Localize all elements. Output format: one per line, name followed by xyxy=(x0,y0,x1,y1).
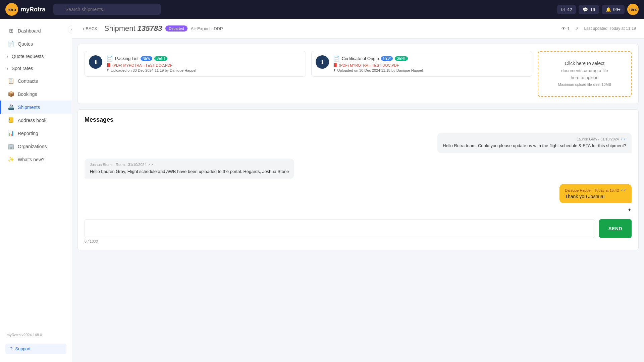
sidebar-item-whats-new[interactable]: ✨ What's new? xyxy=(0,153,72,166)
messages-count: 16 xyxy=(590,7,595,12)
sidebar-item-contracts[interactable]: 📋 Contracts xyxy=(0,74,72,87)
message-input[interactable] xyxy=(85,219,595,238)
version-label: myRotra v2024.148.0 xyxy=(0,329,72,341)
back-button[interactable]: ‹ BACK xyxy=(80,25,100,33)
sidebar-item-label: Contracts xyxy=(18,78,38,84)
search-input[interactable] xyxy=(53,4,161,15)
sidebar-item-dashboard[interactable]: ⊞ Dashboard xyxy=(0,24,72,37)
support-icon: ? xyxy=(10,346,12,351)
sidebar-item-address-book[interactable]: 📒 Address book xyxy=(0,114,72,127)
checkmark-1: ✓✓ xyxy=(620,137,626,141)
doc-sent-badge-2: SENT xyxy=(395,56,408,61)
sidebar-item-label: Dashboard xyxy=(18,28,41,34)
shipments-icon: 🚢 xyxy=(8,104,14,110)
search-wrapper: 🔍 xyxy=(53,4,161,15)
whats-new-icon: ✨ xyxy=(8,156,14,163)
doc-uploaded-1: ⬆ Uploaded on 30 Dec 2024 11:19 by Daniq… xyxy=(106,68,302,72)
contracts-icon: 📋 xyxy=(8,78,14,84)
header-right: 👁 1 ↗ Last updated: Today at 11:19 xyxy=(561,26,636,31)
doc-download-button-2[interactable]: ⬇ xyxy=(316,55,329,69)
msg-sender-2: Joshua Stone - Rotra - 31/10/2024 ✓✓ xyxy=(90,163,289,167)
view-count: 👁 1 xyxy=(561,26,570,31)
app-title: myRotra xyxy=(21,6,45,13)
sidebar-item-quotes[interactable]: 📄 Quotes xyxy=(0,37,72,50)
documents-section: ⬇ 📄 Packing List NEW SENT 📕 (PDF) MYROTR… xyxy=(77,44,639,104)
expand-icon: › xyxy=(7,66,8,71)
doc-name-2: Certificate of Origin xyxy=(342,56,379,61)
sidebar-item-quote-requests[interactable]: › Quote requests xyxy=(0,50,72,62)
pdf-icon-1: 📕 xyxy=(106,63,111,67)
reporting-icon: 📊 xyxy=(8,130,14,136)
doc-sent-badge-1: SENT xyxy=(154,56,167,61)
page-title: Shipment 135783 xyxy=(104,24,162,33)
sidebar-item-reporting[interactable]: 📊 Reporting xyxy=(0,127,72,140)
doc-title-row-1: 📄 Packing List NEW SENT xyxy=(106,55,302,62)
main-content: ‹ BACK Shipment 135783 Departed Air Expo… xyxy=(72,19,644,362)
message-bubble-2: Joshua Stone - Rotra - 31/10/2024 ✓✓ Hel… xyxy=(85,159,294,179)
quotes-icon: 📄 xyxy=(8,41,14,47)
msg-sender-1: Lauren Gray - 31/10/2024 ✓✓ xyxy=(443,137,626,141)
doc-new-badge-1: NEW xyxy=(141,56,152,61)
tasks-count: 42 xyxy=(567,7,572,12)
logo[interactable]: röra myRotra xyxy=(5,3,45,16)
doc-download-button-1[interactable]: ⬇ xyxy=(89,55,102,69)
message-3: Danique Happel - Today at 15:42 ✓✓ Thank… xyxy=(85,184,632,203)
main-layout: ‹ ⊞ Dashboard 📄 Quotes › Quote requests … xyxy=(0,19,644,362)
doc-uploaded-2: ⬆ Uploaded on 30 Dec 2024 11:18 by Daniq… xyxy=(333,68,528,72)
bell-icon: 🔔 xyxy=(606,7,611,12)
expand-icon: › xyxy=(7,54,8,59)
msg-text-3: Thank you Joshua! xyxy=(565,194,626,199)
sidebar-item-label: Reporting xyxy=(18,131,38,136)
checkmark-2: ✓✓ xyxy=(148,163,154,167)
upload-line3: here to upload xyxy=(571,75,598,80)
doc-type-icon: 📄 xyxy=(106,55,113,62)
sidebar: ‹ ⊞ Dashboard 📄 Quotes › Quote requests … xyxy=(0,19,72,362)
checkmark-3: ✓✓ xyxy=(620,188,626,192)
topnav-icons: ☑ 42 💬 16 🔔 99+ röra xyxy=(557,4,639,15)
doc-title-row-2: 📄 Certificate of Origin NEW SENT xyxy=(333,55,528,62)
msg-text-2: Hello Lauren Gray, Flight schedule and A… xyxy=(90,168,289,175)
send-button[interactable]: SEND xyxy=(599,219,632,238)
messages-section: Messages Lauren Gray - 31/10/2024 ✓✓ Hel… xyxy=(77,109,639,250)
tasks-button[interactable]: ☑ 42 xyxy=(557,5,576,14)
tasks-icon: ☑ xyxy=(561,7,565,12)
notifications-button[interactable]: 🔔 99+ xyxy=(602,5,625,14)
message-2: Joshua Stone - Rotra - 31/10/2024 ✓✓ Hel… xyxy=(85,159,632,179)
pdf-icon-2: 📕 xyxy=(333,63,338,67)
upload-max-size: Maximum upload file size: 10MB xyxy=(558,82,611,86)
support-button[interactable]: ? Support xyxy=(5,344,66,354)
sidebar-item-label: Address book xyxy=(18,118,47,123)
sidebar-item-bookings[interactable]: 📦 Bookings xyxy=(0,87,72,101)
bookings-icon: 📦 xyxy=(8,91,14,97)
sidebar-item-label: What's new? xyxy=(18,157,45,162)
sidebar-item-label: Quotes xyxy=(18,41,33,47)
view-count-value: 1 xyxy=(567,26,570,31)
status-badge: Departed xyxy=(165,25,187,32)
messages-title: Messages xyxy=(85,116,632,123)
service-info: Air Export - DDP xyxy=(191,26,223,31)
sidebar-item-label: Organizations xyxy=(18,144,47,149)
sidebar-item-label: Quote requests xyxy=(12,54,44,59)
doc-type-icon-2: 📄 xyxy=(333,55,340,62)
messages-button[interactable]: 💬 16 xyxy=(579,5,599,14)
upload-icon-2: ⬆ xyxy=(333,68,336,72)
msg-sender-3: Danique Happel - Today at 15:42 ✓✓ xyxy=(565,188,626,192)
sidebar-item-organizations[interactable]: 🏢 Organizations xyxy=(0,140,72,153)
doc-card-certificate: ⬇ 📄 Certificate of Origin NEW SENT 📕 (PD… xyxy=(311,51,533,77)
back-chevron-icon: ‹ xyxy=(83,26,84,31)
char-count: 0 / 1000 xyxy=(85,239,632,243)
address-book-icon: 📒 xyxy=(8,117,14,123)
sidebar-item-shipments[interactable]: 🚢 Shipments xyxy=(0,101,72,114)
doc-name-1: Packing List xyxy=(115,56,139,61)
msg-text-1: Hello Rotra team, Could you please updat… xyxy=(443,142,626,149)
sidebar-item-spot-rates[interactable]: › Spot rates xyxy=(0,62,72,74)
doc-info-1: 📄 Packing List NEW SENT 📕 (PDF) MYROTRA-… xyxy=(106,55,302,72)
organizations-icon: 🏢 xyxy=(8,143,14,149)
avatar[interactable]: röra xyxy=(627,4,639,15)
back-label: BACK xyxy=(86,26,97,31)
doc-info-2: 📄 Certificate of Origin NEW SENT 📕 (PDF)… xyxy=(333,55,528,72)
sidebar-item-label: Bookings xyxy=(18,92,37,97)
share-button[interactable]: ↗ xyxy=(575,26,579,31)
upload-dropzone[interactable]: Click here to select documents or drag a… xyxy=(538,51,632,97)
chat-icon: 💬 xyxy=(583,7,588,12)
